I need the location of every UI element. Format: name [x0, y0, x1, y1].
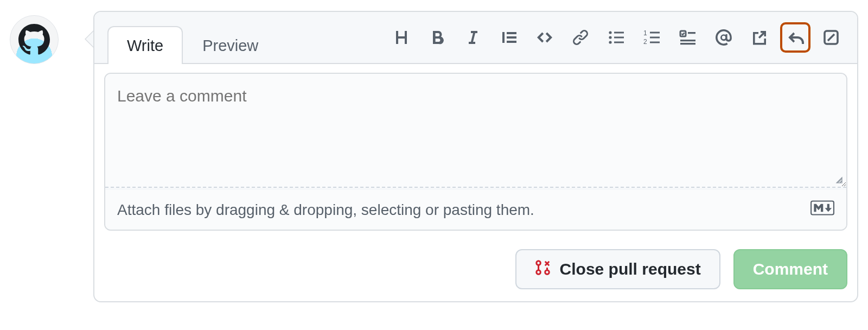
- git-pull-request-closed-icon: [535, 259, 551, 280]
- task-list-icon[interactable]: [673, 22, 703, 53]
- octocat-icon: [18, 24, 50, 55]
- comment-textarea[interactable]: [105, 74, 846, 188]
- link-icon[interactable]: [565, 22, 596, 53]
- attach-hint: Attach files by dragging & dropping, sel…: [117, 201, 534, 219]
- avatar[interactable]: [10, 15, 59, 64]
- comment-button-label: Comment: [753, 260, 828, 278]
- bold-icon[interactable]: [422, 22, 452, 53]
- formatting-toolbar: 12: [278, 22, 846, 53]
- tab-preview[interactable]: Preview: [183, 26, 278, 64]
- attach-bar[interactable]: Attach files by dragging & dropping, sel…: [105, 190, 846, 230]
- svg-point-0: [609, 31, 611, 34]
- svg-point-9: [536, 270, 540, 274]
- tab-write[interactable]: Write: [107, 26, 183, 64]
- comment-button[interactable]: Comment: [733, 249, 847, 289]
- comment-box: Write Preview 12: [93, 11, 858, 302]
- speech-pointer: [85, 30, 93, 48]
- svg-point-10: [545, 270, 549, 274]
- close-pull-request-label: Close pull request: [560, 260, 701, 278]
- italic-icon[interactable]: [458, 22, 488, 53]
- close-pull-request-button[interactable]: Close pull request: [515, 249, 720, 289]
- ordered-list-icon[interactable]: 12: [637, 22, 667, 53]
- svg-point-8: [536, 261, 540, 265]
- quote-icon[interactable]: [494, 22, 524, 53]
- comment-editor: Attach files by dragging & dropping, sel…: [104, 73, 847, 231]
- svg-point-1: [609, 36, 611, 39]
- unordered-list-icon[interactable]: [601, 22, 631, 53]
- svg-point-2: [609, 41, 611, 43]
- tabs-toolbar-row: Write Preview 12: [94, 12, 857, 64]
- crossref-icon[interactable]: [744, 22, 775, 53]
- heading-icon[interactable]: [386, 22, 417, 53]
- suggest-edit-icon[interactable]: [816, 22, 846, 53]
- svg-text:1: 1: [643, 29, 647, 37]
- code-icon[interactable]: [529, 22, 560, 53]
- reply-icon[interactable]: [780, 22, 810, 53]
- markdown-icon[interactable]: [810, 200, 834, 220]
- mention-icon[interactable]: [709, 22, 739, 53]
- svg-text:2: 2: [643, 38, 647, 46]
